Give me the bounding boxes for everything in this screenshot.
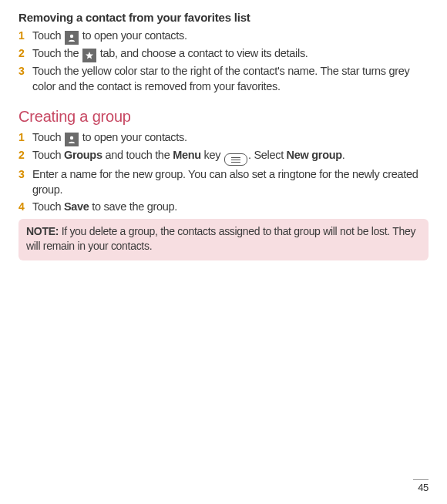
- step-item: 4 Touch Save to save the group.: [18, 200, 429, 215]
- step-text: Touch the tab, and choose a contact to v…: [32, 46, 429, 62]
- step-number: 3: [18, 167, 32, 182]
- svg-point-0: [70, 35, 73, 38]
- step-text: Touch the yellow color star to the right…: [32, 64, 429, 94]
- contacts-icon: [65, 133, 79, 146]
- step-number: 1: [18, 130, 32, 145]
- step-number: 2: [18, 46, 32, 61]
- text-fragment: Touch: [32, 29, 64, 42]
- svg-point-1: [70, 136, 73, 139]
- step-text: Touch Save to save the group.: [32, 200, 429, 215]
- step-text: Touch to open your contacts.: [32, 29, 429, 45]
- note-box: NOTE: If you delete a group, the contact…: [18, 219, 429, 260]
- steps-list-2: 1 Touch to open your contacts. 2 Touch G…: [18, 130, 429, 214]
- text-bold: Save: [64, 200, 89, 213]
- text-fragment: tab, and choose a contact to view its de…: [100, 47, 308, 59]
- steps-list-1: 1 Touch to open your contacts. 2 Touch t…: [18, 29, 429, 94]
- text-fragment: to save the group.: [89, 200, 177, 213]
- star-icon: [82, 49, 96, 62]
- subheading-removing-favorite: Removing a contact from your favorites l…: [18, 11, 429, 24]
- text-fragment: to open your contacts.: [82, 131, 187, 143]
- text-bold: Menu: [173, 149, 201, 161]
- step-item: 1 Touch to open your contacts.: [18, 29, 429, 45]
- step-item: 3 Touch the yellow color star to the rig…: [18, 64, 429, 94]
- step-number: 3: [18, 64, 32, 79]
- step-text: Enter a name for the new group. You can …: [32, 167, 429, 197]
- text-fragment: . Select: [248, 149, 287, 161]
- text-fragment: key: [201, 149, 224, 161]
- text-bold: New group: [287, 149, 342, 161]
- step-text: Touch Groups and touch the Menu key . Se…: [32, 148, 429, 166]
- step-item: 2 Touch Groups and touch the Menu key . …: [18, 148, 429, 166]
- step-number: 2: [18, 148, 32, 163]
- text-fragment: Touch: [32, 131, 64, 143]
- text-fragment: and touch the: [103, 149, 173, 161]
- text-fragment: Touch the: [32, 47, 82, 59]
- page-number: 45: [413, 479, 429, 493]
- step-text: Touch to open your contacts.: [32, 130, 429, 146]
- step-number: 1: [18, 29, 32, 43]
- text-bold: Groups: [64, 149, 103, 161]
- step-item: 3 Enter a name for the new group. You ca…: [18, 167, 429, 197]
- note-text: If you delete a group, the contacts assi…: [26, 225, 415, 252]
- text-fragment: to open your contacts.: [82, 29, 187, 42]
- step-item: 1 Touch to open your contacts.: [18, 130, 429, 146]
- manual-page: Removing a contact from your favorites l…: [0, 0, 447, 260]
- heading-creating-group: Creating a group: [18, 108, 429, 126]
- step-item: 2 Touch the tab, and choose a contact to…: [18, 46, 429, 62]
- note-label: NOTE:: [26, 225, 59, 237]
- step-number: 4: [18, 200, 32, 214]
- text-fragment: Touch: [32, 149, 64, 161]
- text-fragment: .: [342, 149, 345, 161]
- text-fragment: Touch: [32, 200, 64, 213]
- menu-key-icon: [224, 153, 247, 166]
- contacts-icon: [65, 31, 79, 45]
